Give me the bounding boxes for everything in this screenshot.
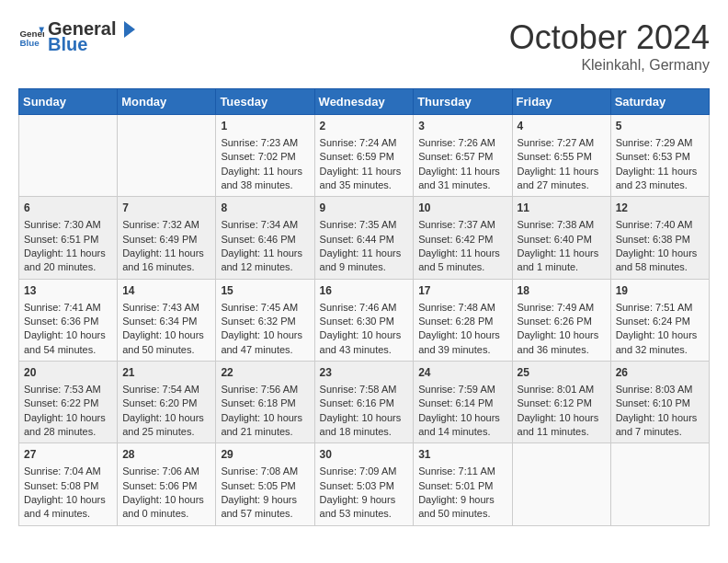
daylight-text: Daylight: 10 hours and 39 minutes.: [418, 328, 506, 357]
sunset-text: Sunset: 6:57 PM: [418, 150, 506, 164]
calendar-cell: 12Sunrise: 7:40 AMSunset: 6:38 PMDayligh…: [610, 197, 709, 279]
calendar-cell: 29Sunrise: 7:08 AMSunset: 5:05 PMDayligh…: [216, 443, 314, 525]
day-number: 21: [122, 365, 210, 381]
day-number: 31: [418, 447, 506, 463]
sunset-text: Sunset: 6:59 PM: [320, 150, 409, 164]
calendar-cell: 13Sunrise: 7:41 AMSunset: 6:36 PMDayligh…: [19, 279, 118, 361]
calendar-cell: 17Sunrise: 7:48 AMSunset: 6:28 PMDayligh…: [414, 279, 512, 361]
sunset-text: Sunset: 6:34 PM: [122, 315, 210, 328]
day-number: 22: [221, 365, 309, 381]
sunset-text: Sunset: 5:05 PM: [221, 479, 309, 493]
location-title: Kleinkahl, Germany: [509, 57, 710, 74]
calendar-week-row: 27Sunrise: 7:04 AMSunset: 5:08 PMDayligh…: [19, 443, 710, 525]
calendar-table: SundayMondayTuesdayWednesdayThursdayFrid…: [18, 88, 710, 526]
daylight-text: Daylight: 10 hours and 50 minutes.: [122, 328, 210, 357]
sunrise-text: Sunrise: 7:46 AM: [320, 301, 409, 315]
sunrise-text: Sunrise: 7:58 AM: [320, 383, 409, 396]
day-number: 29: [221, 447, 309, 463]
daylight-text: Daylight: 10 hours and 32 minutes.: [616, 328, 704, 357]
calendar-week-row: 20Sunrise: 7:53 AMSunset: 6:22 PMDayligh…: [19, 362, 710, 443]
calendar-cell: 4Sunrise: 7:27 AMSunset: 6:55 PMDaylight…: [512, 115, 610, 197]
calendar-week-row: 6Sunrise: 7:30 AMSunset: 6:51 PMDaylight…: [19, 197, 710, 279]
daylight-text: Daylight: 11 hours and 31 minutes.: [418, 165, 506, 193]
calendar-cell: 23Sunrise: 7:58 AMSunset: 6:16 PMDayligh…: [314, 362, 414, 443]
day-header-sunday: Sunday: [19, 89, 118, 115]
daylight-text: Daylight: 11 hours and 16 minutes.: [122, 247, 210, 275]
sunset-text: Sunset: 6:51 PM: [24, 233, 112, 247]
day-number: 19: [616, 283, 704, 299]
sunrise-text: Sunrise: 7:56 AM: [221, 383, 309, 396]
day-number: 10: [418, 201, 506, 216]
day-number: 12: [616, 201, 704, 216]
day-number: 23: [320, 365, 409, 381]
day-number: 25: [518, 365, 606, 381]
title-block: October 2024 Kleinkahl, Germany: [509, 18, 710, 74]
sunset-text: Sunset: 5:06 PM: [122, 479, 210, 493]
calendar-week-row: 13Sunrise: 7:41 AMSunset: 6:36 PMDayligh…: [19, 279, 710, 361]
day-header-wednesday: Wednesday: [314, 89, 414, 115]
daylight-text: Daylight: 10 hours and 58 minutes.: [616, 247, 704, 275]
day-number: 2: [320, 119, 409, 134]
daylight-text: Daylight: 11 hours and 20 minutes.: [24, 247, 112, 275]
sunset-text: Sunset: 6:12 PM: [518, 396, 606, 410]
sunset-text: Sunset: 6:46 PM: [221, 233, 309, 247]
sunset-text: Sunset: 6:44 PM: [320, 233, 409, 247]
day-header-friday: Friday: [512, 89, 610, 115]
sunset-text: Sunset: 6:42 PM: [418, 233, 506, 247]
calendar-cell: 10Sunrise: 7:37 AMSunset: 6:42 PMDayligh…: [414, 197, 512, 279]
calendar-cell: 31Sunrise: 7:11 AMSunset: 5:01 PMDayligh…: [414, 443, 512, 525]
daylight-text: Daylight: 10 hours and 11 minutes.: [518, 411, 606, 440]
daylight-text: Daylight: 10 hours and 4 minutes.: [24, 493, 112, 522]
daylight-text: Daylight: 11 hours and 38 minutes.: [221, 165, 309, 193]
svg-text:Blue: Blue: [19, 38, 40, 48]
daylight-text: Daylight: 9 hours and 50 minutes.: [418, 493, 506, 522]
calendar-cell: 14Sunrise: 7:43 AMSunset: 6:34 PMDayligh…: [118, 279, 216, 361]
calendar-cell: 20Sunrise: 7:53 AMSunset: 6:22 PMDayligh…: [19, 362, 118, 443]
daylight-text: Daylight: 9 hours and 53 minutes.: [320, 493, 409, 522]
daylight-text: Daylight: 10 hours and 0 minutes.: [122, 493, 210, 522]
sunrise-text: Sunrise: 7:32 AM: [122, 218, 210, 232]
sunset-text: Sunset: 6:20 PM: [122, 396, 210, 410]
day-number: 13: [24, 283, 112, 299]
sunset-text: Sunset: 5:08 PM: [24, 479, 112, 493]
daylight-text: Daylight: 10 hours and 43 minutes.: [320, 328, 409, 357]
calendar-cell: 16Sunrise: 7:46 AMSunset: 6:30 PMDayligh…: [314, 279, 414, 361]
sunrise-text: Sunrise: 7:26 AM: [418, 136, 506, 150]
sunset-text: Sunset: 6:36 PM: [24, 315, 112, 328]
sunrise-text: Sunrise: 7:34 AM: [221, 218, 309, 232]
sunrise-text: Sunrise: 7:30 AM: [24, 218, 112, 232]
calendar-cell: 25Sunrise: 8:01 AMSunset: 6:12 PMDayligh…: [512, 362, 610, 443]
sunrise-text: Sunrise: 8:01 AM: [518, 383, 606, 396]
calendar-cell: [610, 443, 709, 525]
daylight-text: Daylight: 11 hours and 1 minute.: [518, 247, 606, 275]
day-number: 7: [122, 201, 210, 216]
calendar-cell: [512, 443, 610, 525]
calendar-cell: 1Sunrise: 7:23 AMSunset: 7:02 PMDaylight…: [216, 115, 314, 197]
sunrise-text: Sunrise: 7:08 AM: [221, 465, 309, 478]
day-number: 6: [24, 201, 112, 216]
calendar-cell: 15Sunrise: 7:45 AMSunset: 6:32 PMDayligh…: [216, 279, 314, 361]
calendar-cell: 28Sunrise: 7:06 AMSunset: 5:06 PMDayligh…: [118, 443, 216, 525]
sunrise-text: Sunrise: 7:11 AM: [418, 465, 506, 478]
calendar-cell: 9Sunrise: 7:35 AMSunset: 6:44 PMDaylight…: [314, 197, 414, 279]
calendar-cell: 19Sunrise: 7:51 AMSunset: 6:24 PMDayligh…: [610, 279, 709, 361]
logo-icon: General Blue: [18, 24, 44, 50]
daylight-text: Daylight: 10 hours and 25 minutes.: [122, 411, 210, 440]
day-header-tuesday: Tuesday: [216, 89, 314, 115]
calendar-cell: 18Sunrise: 7:49 AMSunset: 6:26 PMDayligh…: [512, 279, 610, 361]
day-number: 15: [221, 283, 309, 299]
daylight-text: Daylight: 10 hours and 7 minutes.: [616, 411, 704, 440]
sunset-text: Sunset: 6:18 PM: [221, 396, 309, 410]
sunset-text: Sunset: 6:10 PM: [616, 396, 704, 410]
sunset-text: Sunset: 6:40 PM: [518, 233, 606, 247]
day-number: 28: [122, 447, 210, 463]
sunrise-text: Sunrise: 7:59 AM: [418, 383, 506, 396]
daylight-text: Daylight: 10 hours and 47 minutes.: [221, 328, 309, 357]
sunset-text: Sunset: 6:38 PM: [616, 233, 704, 247]
sunrise-text: Sunrise: 7:45 AM: [221, 301, 309, 315]
sunset-text: Sunset: 5:03 PM: [320, 479, 409, 493]
day-header-thursday: Thursday: [414, 89, 512, 115]
sunrise-text: Sunrise: 7:37 AM: [418, 218, 506, 232]
calendar-cell: 24Sunrise: 7:59 AMSunset: 6:14 PMDayligh…: [414, 362, 512, 443]
sunset-text: Sunset: 6:28 PM: [418, 315, 506, 328]
